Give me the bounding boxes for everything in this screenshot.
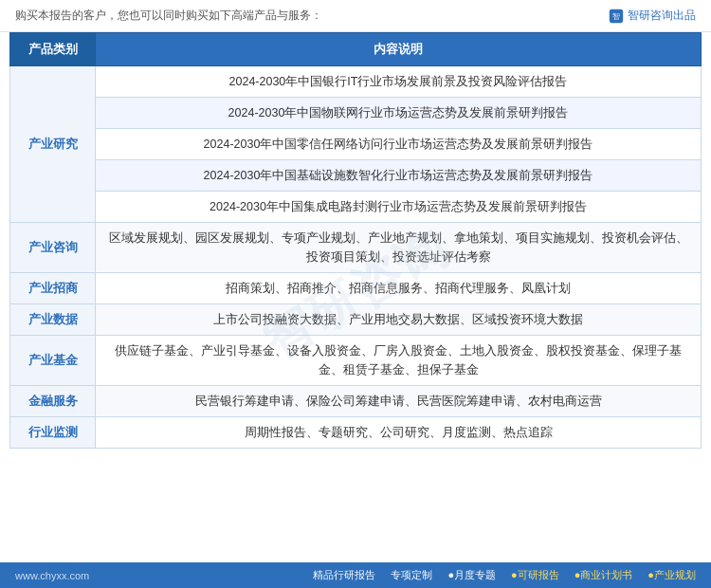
content-cell: 周期性报告、专题研究、公司研究、月度监测、热点追踪 [96, 417, 702, 449]
category-cell: 产业基金 [10, 336, 96, 386]
header-intro: 购买本报告的客户，您也可以同时购买如下高端产品与服务： [15, 8, 322, 24]
table-row: 产业基金供应链子基金、产业引导基金、设备入股资金、厂房入股资金、土地入股资金、股… [10, 336, 702, 386]
content-cell: 上市公司投融资大数据、产业用地交易大数据、区域投资环境大数据 [96, 304, 702, 336]
category-cell: 产业研究 [10, 66, 96, 223]
footer-website: www.chyxx.com [15, 570, 89, 581]
content-cell: 招商策划、招商推介、招商信息服务、招商代理服务、凤凰计划 [96, 273, 702, 304]
content-cell: 2024-2030年中国零信任网络访问行业市场运营态势及发展前景研判报告 [96, 129, 702, 160]
header: 购买本报告的客户，您也可以同时购买如下高端产品与服务： 智 智研咨询出品 [0, 0, 711, 32]
content-cell: 供应链子基金、产业引导基金、设备入股资金、厂房入股资金、土地入股资金、股权投资基… [96, 336, 702, 386]
table-container: 产品类别 内容说明 产业研究2024-2030年中国银行IT行业市场发展前景及投… [0, 32, 711, 562]
table-row: 行业监测周期性报告、专题研究、公司研究、月度监测、热点追踪 [10, 417, 702, 449]
table-row: 产业数据上市公司投融资大数据、产业用地交易大数据、区域投资环境大数据 [10, 304, 702, 336]
footer-item: ●可研报告 [511, 568, 559, 582]
table-row: 金融服务民营银行筹建申请、保险公司筹建申请、民营医院筹建申请、农村电商运营 [10, 386, 702, 417]
category-cell: 行业监测 [10, 417, 96, 449]
content-cell: 2024-2030年中国银行IT行业市场发展前景及投资风险评估报告 [96, 66, 702, 98]
footer-items: 精品行研报告 专项定制 ●月度专题 ●可研报告 ●商业计划书 ●产业规划 [313, 568, 696, 582]
table-header-row: 产品类别 内容说明 [10, 33, 702, 66]
content-cell: 区域发展规划、园区发展规划、专项产业规划、产业地产规划、拿地策划、项目实施规划、… [96, 223, 702, 273]
category-cell: 产业招商 [10, 273, 96, 304]
brand-icon: 智 [609, 9, 624, 24]
table-row: 产业招商招商策划、招商推介、招商信息服务、招商代理服务、凤凰计划 [10, 273, 702, 304]
product-table: 产品类别 内容说明 产业研究2024-2030年中国银行IT行业市场发展前景及投… [9, 32, 702, 449]
table-row: 产业研究2024-2030年中国银行IT行业市场发展前景及投资风险评估报告 [10, 66, 702, 98]
footer-item: ●产业规划 [647, 568, 696, 582]
table-row: 2024-2030年中国物联网行业市场运营态势及发展前景研判报告 [10, 98, 702, 129]
category-cell: 产业数据 [10, 304, 96, 336]
table-row: 2024-2030年中国基础设施数智化行业市场运营态势及发展前景研判报告 [10, 160, 702, 192]
footer: www.chyxx.com 精品行研报告 专项定制 ●月度专题 ●可研报告 ●商… [0, 562, 711, 588]
brand-text: 智研咨询出品 [628, 8, 696, 24]
footer-item: 精品行研报告 [313, 568, 375, 582]
category-cell: 产业咨询 [10, 223, 96, 273]
footer-item: ●月度专题 [447, 568, 496, 582]
content-cell: 2024-2030年中国物联网行业市场运营态势及发展前景研判报告 [96, 98, 702, 129]
content-cell: 2024-2030年中国集成电路封测行业市场运营态势及发展前景研判报告 [96, 192, 702, 223]
col-header-category: 产品类别 [10, 33, 96, 66]
table-row: 2024-2030年中国集成电路封测行业市场运营态势及发展前景研判报告 [10, 192, 702, 223]
content-cell: 民营银行筹建申请、保险公司筹建申请、民营医院筹建申请、农村电商运营 [96, 386, 702, 417]
content-cell: 2024-2030年中国基础设施数智化行业市场运营态势及发展前景研判报告 [96, 160, 702, 192]
table-row: 产业咨询区域发展规划、园区发展规划、专项产业规划、产业地产规划、拿地策划、项目实… [10, 223, 702, 273]
category-cell: 金融服务 [10, 386, 96, 417]
table-row: 2024-2030年中国零信任网络访问行业市场运营态势及发展前景研判报告 [10, 129, 702, 160]
brand: 智 智研咨询出品 [609, 8, 696, 24]
footer-item: 专项定制 [391, 568, 432, 582]
col-header-content: 内容说明 [96, 33, 702, 66]
footer-item: ●商业计划书 [574, 568, 633, 582]
svg-text:智: 智 [612, 12, 620, 21]
